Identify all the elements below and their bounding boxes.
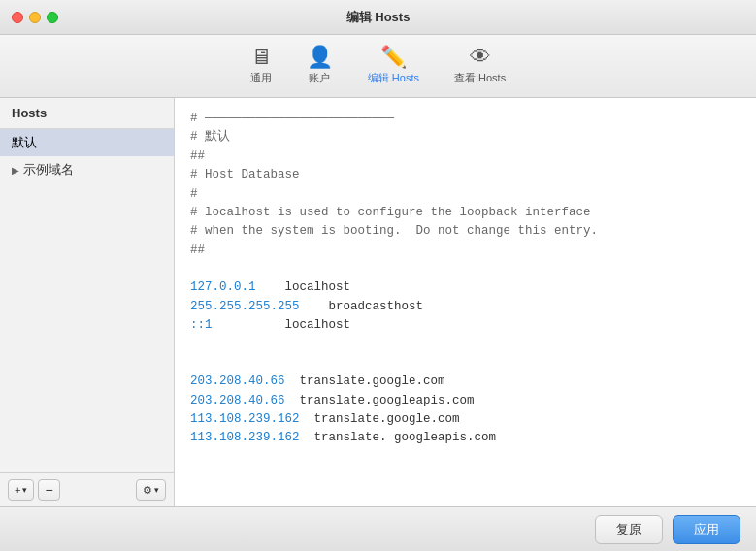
toolbar-item-view-hosts[interactable]: 👁查看 Hosts [446,43,513,89]
add-icon: + [15,484,20,496]
editor-line: 255.255.255.255 broadcasthost [190,298,740,316]
editor-line: # Host Database [190,166,740,184]
ip-address: 203.208.40.66 [190,374,285,388]
editor-line: # [190,185,740,204]
editor-line [190,260,740,278]
remove-button[interactable]: − [38,479,59,501]
editor-line: 203.208.40.66 translate.google.com [190,373,740,391]
gear-icon: ⚙ [143,484,152,497]
hostname: translate.google.com [285,374,445,388]
hostname: translate. googleapis.com [300,431,497,444]
ip-address: 127.0.0.1 [190,280,256,294]
edit-hosts-icon: ✏️ [380,47,407,68]
hostname: translate.googleapis.com [285,394,475,407]
toolbar-item-edit-hosts[interactable]: ✏️编辑 Hosts [360,43,427,89]
editor-area[interactable]: # ——————————————————————————# 默认### Host… [175,98,756,506]
restore-button[interactable]: 复原 [595,515,663,544]
edit-hosts-label: 编辑 Hosts [368,71,419,85]
editor-line [190,354,740,373]
editor-line: 113.108.239.162 translate. googleapis.co… [190,429,740,447]
editor-line: ::1 localhost [190,316,740,335]
editor-line: 127.0.0.1 localhost [190,278,740,297]
editor-line: ## [190,242,740,260]
ip-address: ::1 [190,318,213,332]
general-icon: 🖥 [250,47,272,68]
ip-address: 113.108.239.162 [190,412,300,426]
traffic-lights [12,12,58,23]
editor-line: # —————————————————————————— [190,110,740,128]
main-content: Hosts 默认 ▶ 示例域名 + ▾ − ⚙ ▾ # —————— [0,98,756,506]
ip-address: 203.208.40.66 [190,394,285,407]
account-label: 账户 [309,71,330,85]
add-button[interactable]: + ▾ [8,479,34,501]
general-label: 通用 [250,71,272,85]
gear-chevron-icon: ▾ [154,485,159,495]
toolbar-item-account[interactable]: 👤账户 [299,43,341,89]
ip-address: 255.255.255.255 [190,300,300,313]
bottom-bar: 复原 应用 [0,506,756,551]
maximize-button[interactable] [47,12,58,23]
minus-icon: − [45,482,52,498]
sidebar-items: 默认 ▶ 示例域名 [0,129,174,472]
toolbar-item-general[interactable]: 🖥通用 [243,43,279,89]
editor-line: ## [190,147,740,166]
sidebar-item-default[interactable]: 默认 [0,129,174,156]
editor-line [190,336,740,354]
sidebar-item-example-domain-label: 示例域名 [23,161,74,178]
add-chevron-icon: ▾ [22,485,27,495]
editor-line: # localhost is used to configure the loo… [190,204,740,222]
ip-address: 113.108.239.162 [190,431,300,444]
editor-line: 113.108.239.162 translate.google.com [190,410,740,429]
window-title: 编辑 Hosts [346,9,411,26]
hostname: broadcasthost [300,300,424,313]
sidebar: Hosts 默认 ▶ 示例域名 + ▾ − ⚙ ▾ [0,98,175,506]
titlebar: 编辑 Hosts [0,0,756,35]
view-hosts-icon: 👁 [470,47,491,68]
apply-button[interactable]: 应用 [673,515,740,544]
sidebar-footer: + ▾ − ⚙ ▾ [0,472,174,506]
gear-button[interactable]: ⚙ ▾ [136,479,166,501]
sidebar-header: Hosts [0,98,174,129]
editor-line: # 默认 [190,128,740,146]
editor-line: 203.208.40.66 translate.googleapis.com [190,392,740,410]
sidebar-item-example-domain[interactable]: ▶ 示例域名 [0,156,174,183]
hostname: localhost [256,280,351,294]
view-hosts-label: 查看 Hosts [454,71,506,85]
minimize-button[interactable] [29,12,41,23]
chevron-icon: ▶ [12,165,19,176]
toolbar: 🖥通用👤账户✏️编辑 Hosts👁查看 Hosts [0,35,756,98]
editor-line: # when the system is booting. Do not cha… [190,222,740,241]
account-icon: 👤 [307,47,333,68]
hostname: localhost [213,318,351,332]
hostname: translate.google.com [300,412,460,426]
close-button[interactable] [12,12,23,23]
sidebar-item-default-label: 默认 [12,134,37,151]
